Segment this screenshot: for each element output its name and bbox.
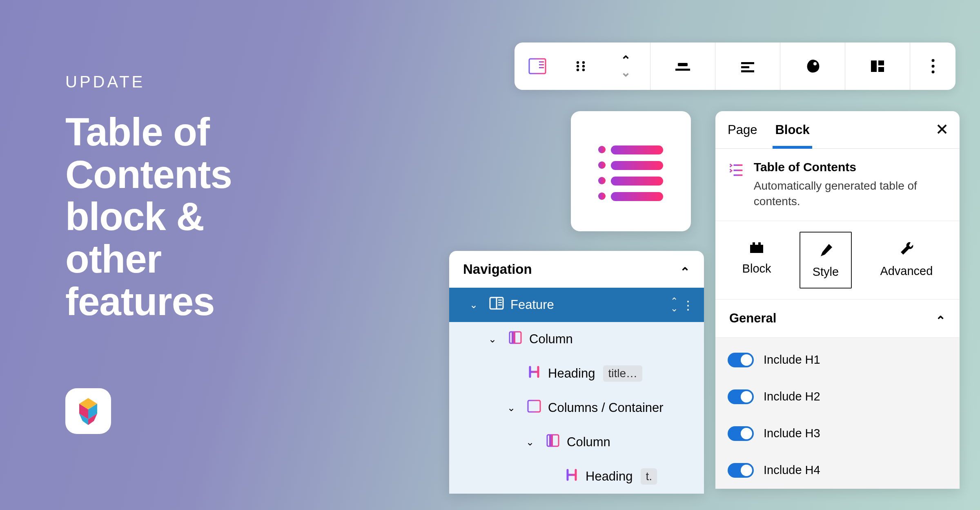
- feature-icon: [488, 295, 505, 315]
- nav-row-label: Heading: [548, 366, 595, 381]
- svg-rect-22: [871, 60, 877, 72]
- nav-row-heading[interactable]: Heading t.: [449, 459, 704, 494]
- column-icon: [507, 329, 523, 349]
- chevron-down-icon: [621, 67, 631, 82]
- chevron-down-icon[interactable]: ⌄: [521, 436, 539, 448]
- more-vertical-icon: [931, 58, 935, 74]
- nav-row-feature[interactable]: ⌄ Feature ⌃⌄⋮: [449, 288, 704, 322]
- inspector-mode-block[interactable]: Block: [730, 232, 784, 289]
- inspector-mode-style[interactable]: Style: [800, 232, 852, 289]
- heading-icon: [564, 467, 580, 486]
- toolbar-align-left[interactable]: [715, 42, 780, 90]
- heading-icon: [526, 364, 542, 383]
- tab-page[interactable]: Page: [728, 111, 757, 148]
- toolbar-color[interactable]: [780, 42, 845, 90]
- feature-block-icon: [528, 56, 547, 76]
- svg-point-11: [582, 61, 585, 64]
- svg-rect-35: [611, 192, 663, 201]
- tab-block[interactable]: Block: [775, 111, 809, 148]
- toc-icon-card: [571, 111, 691, 231]
- toggle-row: Include H1: [728, 342, 947, 378]
- svg-point-30: [598, 161, 606, 169]
- chevron-up-icon: [935, 311, 946, 326]
- row-more-icon[interactable]: ⋮: [682, 298, 694, 312]
- svg-rect-20: [741, 70, 754, 72]
- svg-point-10: [577, 61, 579, 64]
- nav-row-columns[interactable]: ⌄ Columns / Container: [449, 391, 704, 425]
- inspector-panel: Page Block Table of Contents Automatical…: [715, 111, 960, 489]
- inspector-section-general[interactable]: General: [715, 300, 960, 338]
- nav-row-label: Column: [529, 332, 573, 347]
- svg-point-28: [598, 146, 606, 153]
- nav-row-heading[interactable]: Heading title…: [449, 356, 704, 391]
- inspector-block-header: Table of Contents Automatically generate…: [715, 149, 960, 221]
- svg-rect-24: [878, 67, 884, 72]
- toggle-switch[interactable]: [728, 463, 754, 478]
- toggle-switch[interactable]: [728, 389, 754, 404]
- svg-point-34: [598, 192, 606, 200]
- nav-row-label: Column: [567, 435, 610, 450]
- toc-mini-icon: [728, 160, 745, 179]
- row-move-icon[interactable]: ⌃⌄: [670, 298, 678, 312]
- align-left-icon: [739, 57, 757, 75]
- toolbar-block-icon[interactable]: [514, 42, 560, 90]
- close-icon: [937, 124, 947, 134]
- svg-rect-7: [539, 61, 544, 63]
- align-center-icon: [674, 57, 692, 75]
- navigation-header[interactable]: Navigation: [449, 251, 704, 288]
- svg-rect-39: [498, 302, 502, 303]
- toolbar-move-updown[interactable]: [601, 42, 650, 90]
- svg-point-15: [582, 69, 585, 71]
- svg-point-25: [931, 59, 934, 62]
- toolbar-drag-handle[interactable]: [560, 42, 601, 90]
- toolbar-more[interactable]: [910, 42, 956, 90]
- hero-eyebrow: UPDATE: [65, 73, 232, 91]
- chevron-down-icon[interactable]: ⌄: [502, 402, 520, 414]
- toolbar-layout[interactable]: [845, 42, 910, 90]
- toggle-switch[interactable]: [728, 353, 754, 367]
- toggle-label: Include H1: [764, 353, 820, 367]
- toggle-label: Include H4: [764, 463, 820, 477]
- inspector-mode-advanced[interactable]: Advanced: [868, 232, 945, 289]
- svg-rect-8: [539, 64, 544, 65]
- toolbar-align-center[interactable]: [650, 42, 715, 90]
- style-mode-icon: [817, 242, 834, 258]
- svg-rect-52: [734, 174, 743, 176]
- inspector-mode-advanced-label: Advanced: [880, 264, 933, 278]
- svg-rect-50: [734, 164, 743, 166]
- svg-rect-18: [741, 62, 754, 64]
- svg-point-13: [582, 65, 585, 67]
- columns-icon: [526, 398, 542, 418]
- svg-rect-47: [549, 435, 553, 446]
- svg-rect-42: [512, 332, 515, 343]
- svg-rect-51: [734, 170, 743, 171]
- svg-rect-16: [678, 63, 688, 66]
- svg-rect-40: [498, 304, 502, 306]
- svg-point-32: [598, 177, 606, 184]
- svg-rect-9: [539, 67, 544, 68]
- navigation-panel: Navigation ⌄ Feature ⌃⌄⋮ ⌄ Column Headin…: [449, 251, 704, 494]
- svg-rect-53: [750, 245, 763, 253]
- brand-logo-badge: [65, 388, 111, 434]
- svg-point-14: [577, 69, 579, 71]
- toggle-switch[interactable]: [728, 426, 754, 441]
- nav-row-column[interactable]: ⌄ Column: [449, 425, 704, 459]
- nav-row-pill: t.: [641, 468, 657, 485]
- svg-rect-29: [611, 145, 663, 154]
- toc-list-icon: [596, 141, 666, 202]
- inspector-mode-style-label: Style: [813, 265, 839, 279]
- nav-row-label: Feature: [510, 298, 554, 312]
- chevron-down-icon[interactable]: ⌄: [465, 299, 483, 311]
- inspector-mode-block-label: Block: [742, 262, 771, 275]
- drag-handle-icon: [574, 59, 588, 73]
- toggle-label: Include H3: [764, 427, 820, 440]
- inspector-close[interactable]: [937, 122, 947, 138]
- navigation-collapse-icon: [680, 262, 690, 277]
- inspector-toggles-list: Include H1 Include H2 Include H3 Include…: [715, 338, 960, 489]
- hero: UPDATE Table of Contents block & other f…: [65, 73, 232, 322]
- nav-row-column[interactable]: ⌄ Column: [449, 322, 704, 356]
- hero-title: Table of Contents block & other features: [65, 111, 232, 322]
- nav-row-label: Columns / Container: [548, 400, 664, 415]
- chevron-up-icon: [621, 51, 631, 65]
- chevron-down-icon[interactable]: ⌄: [483, 333, 501, 345]
